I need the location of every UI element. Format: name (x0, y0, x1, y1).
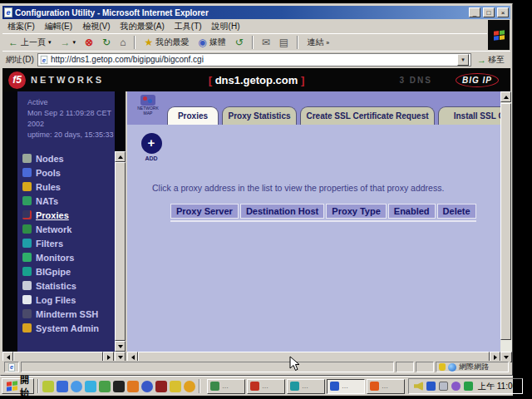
title-bar[interactable]: e Configuration Utility - Microsoft Inte… (2, 6, 510, 19)
close-button[interactable]: × (497, 7, 509, 17)
sidebar-item-nats[interactable]: NATs (17, 194, 115, 208)
app-icon (330, 382, 339, 391)
quick-launch-icon[interactable] (113, 381, 125, 392)
task-button[interactable]: … (367, 379, 405, 394)
sidebar-item-proxies[interactable]: Proxies (17, 208, 115, 222)
mail-button[interactable]: ✉ (259, 37, 273, 48)
quick-launch-icon[interactable] (155, 381, 167, 392)
forward-button[interactable]: → ▾ (58, 37, 79, 48)
task-button[interactable]: … (207, 379, 245, 394)
task-button-active[interactable]: … (327, 379, 365, 394)
forward-dropdown-icon[interactable]: ▾ (73, 39, 76, 46)
system-uptime: uptime: 20 days, 15:35:33 (27, 130, 115, 140)
refresh-button[interactable]: ↻ (100, 37, 113, 48)
print-icon: ▤ (279, 37, 288, 47)
tab-create-ssl-certificate-request[interactable]: Create SSL Certificate Request (300, 106, 435, 125)
sidebar-item-system-admin[interactable]: System Admin (17, 321, 115, 335)
proxy-table-header-row: Proxy Server Destination Host Proxy Type… (170, 204, 476, 222)
quick-launch-icon[interactable] (141, 381, 153, 392)
stop-button[interactable]: ⊗ (82, 37, 96, 48)
history-button[interactable]: ↺ (233, 37, 246, 48)
page-icon: e (8, 363, 15, 372)
sidebar-vertical-scrollbar[interactable] (115, 151, 126, 352)
sidebar-nav: Nodes Pools Rules NATs Proxies Network F… (17, 151, 115, 335)
quick-launch-icon[interactable] (57, 381, 68, 392)
quick-launch-icon[interactable] (71, 381, 82, 392)
tray-app-icon[interactable] (451, 382, 461, 391)
sidebar-item-statistics[interactable]: Statistics (17, 278, 115, 293)
sidebar-item-log-files[interactable]: Log Files (17, 293, 115, 307)
go-button[interactable]: → 移至 (475, 53, 507, 66)
tray-flag-icon[interactable] (426, 382, 436, 391)
quick-launch-icon[interactable] (99, 381, 111, 392)
quick-launch-icon[interactable] (170, 381, 181, 392)
log-files-icon (22, 295, 32, 304)
menu-item-file[interactable]: 檔案(F) (7, 21, 35, 32)
sidebar-item-network[interactable]: Network (17, 222, 115, 236)
mail-icon: ✉ (262, 37, 270, 47)
quick-launch-icon[interactable] (184, 381, 195, 392)
scroll-up-icon[interactable] (115, 151, 126, 162)
scrollbar-thumb[interactable] (500, 103, 511, 340)
media-icon: ◉ (198, 37, 206, 47)
minimize-button[interactable]: _ (469, 7, 480, 17)
network-monitor-icon[interactable] (439, 382, 448, 391)
add-proxy-button[interactable]: + ADD (139, 133, 164, 161)
toolbar-separator (134, 36, 135, 49)
statistics-icon (22, 281, 32, 290)
quick-launch-icon[interactable] (127, 381, 139, 392)
f5-header: f5 NETWORKS [ dns1.getop.com ] 3 DNS BIG… (2, 68, 510, 91)
maximize-button[interactable]: □ (483, 7, 495, 17)
address-label: 網址(D) (6, 54, 34, 66)
sidebar-item-filters[interactable]: Filters (17, 236, 115, 250)
scroll-down-icon[interactable] (115, 341, 126, 352)
menu-item-tools[interactable]: 工具(T) (175, 21, 202, 32)
filters-icon (22, 239, 32, 248)
sidebar-item-mindterm-ssh[interactable]: Mindterm SSH (17, 307, 115, 321)
task-button[interactable]: … (247, 379, 285, 394)
app-icon (250, 382, 259, 391)
main-frame: NETWORK MAP Proxies Proxy Statistics Cre… (127, 91, 512, 352)
sidebar-item-bigpipe[interactable]: BIGpipe (17, 264, 115, 278)
menu-bar: 檔案(F) 編輯(E) 檢視(V) 我的最愛(A) 工具(T) 說明(H) (2, 20, 487, 32)
sidebar-item-rules[interactable]: Rules (17, 180, 115, 194)
menu-item-favorites[interactable]: 我的最愛(A) (120, 21, 164, 32)
menu-item-edit[interactable]: 編輯(E) (45, 21, 72, 32)
tab-install-ssl-certificate[interactable]: Install SSL Certifi (438, 106, 500, 125)
quick-launch-icon[interactable] (42, 381, 54, 392)
main-vertical-scrollbar[interactable] (500, 91, 512, 352)
app-icon (290, 382, 299, 391)
menu-item-help[interactable]: 說明(H) (212, 21, 240, 32)
media-button[interactable]: ◉ 媒體 (195, 36, 228, 49)
back-button[interactable]: ← 上一頁 ▾ (6, 36, 54, 49)
tray-app-icon[interactable] (464, 382, 473, 391)
system-admin-icon (22, 323, 32, 332)
zone-icon (439, 363, 446, 371)
task-button[interactable]: … (287, 379, 325, 394)
sidebar-item-nodes[interactable]: Nodes (17, 151, 115, 165)
scrollbar-thumb[interactable] (115, 162, 126, 341)
print-button[interactable]: ▤ (277, 37, 291, 48)
quick-launch-icon[interactable] (85, 381, 96, 392)
links-bar[interactable]: 連結 » (304, 36, 332, 49)
tab-proxies[interactable]: Proxies (167, 106, 219, 125)
volume-icon[interactable] (414, 382, 423, 391)
desktop-screen: e Configuration Utility - Microsoft Inte… (0, 0, 532, 399)
home-button[interactable]: ⌂ (117, 37, 128, 48)
back-dropdown-icon[interactable]: ▾ (48, 39, 52, 46)
network-map-button[interactable]: NETWORK MAP (134, 95, 162, 116)
column-header-proxy-server: Proxy Server (170, 204, 239, 219)
sidebar-item-pools[interactable]: Pools (17, 165, 115, 180)
hostname: [ dns1.getop.com ] (2, 74, 510, 86)
menu-item-view[interactable]: 檢視(V) (82, 21, 110, 32)
scroll-up-icon[interactable] (500, 91, 511, 102)
pools-icon (22, 168, 32, 177)
mouse-cursor (289, 356, 300, 372)
address-input[interactable] (51, 55, 455, 65)
start-button[interactable]: 開始 (2, 378, 34, 394)
tab-proxy-statistics[interactable]: Proxy Statistics (222, 106, 297, 125)
favorites-button[interactable]: ★ 我的最愛 (141, 36, 191, 49)
sidebar-item-monitors[interactable]: Monitors (17, 250, 115, 264)
address-dropdown-icon[interactable]: ▾ (457, 54, 469, 66)
page-icon: e (41, 55, 48, 63)
